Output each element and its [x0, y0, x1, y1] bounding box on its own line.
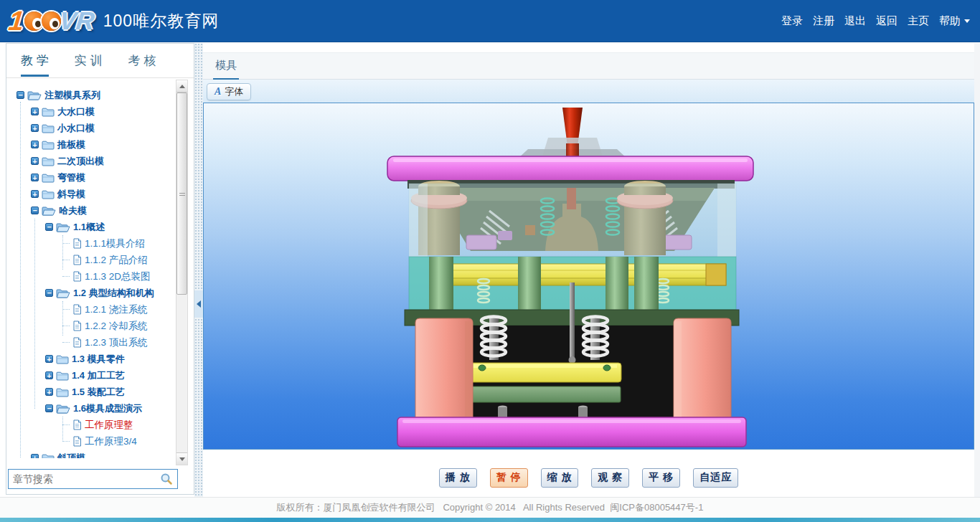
tree: −注塑模具系列+大水口模+小水口模+推板模+二次顶出模+弯管模+斜导模−哈夫模−… [6, 80, 176, 458]
observe-button[interactable]: 观 察 [591, 468, 629, 488]
collapse-icon[interactable]: − [45, 404, 53, 412]
tree-row[interactable]: 1.1.1模具介绍 [6, 235, 176, 252]
tree-row[interactable]: +二次顶出模 [6, 153, 176, 169]
tree-row[interactable]: 1.1.3 2D总装图 [6, 268, 176, 285]
tree-connector [62, 326, 70, 326]
site-title: 100唯尔教育网 [103, 10, 219, 32]
tree-row[interactable]: 工作原理整 [6, 417, 176, 433]
collapse-sidebar-button[interactable] [194, 290, 203, 318]
tree-row[interactable]: −注塑模具系列 [6, 87, 176, 103]
expand-icon[interactable]: + [31, 124, 39, 132]
mold-model [204, 103, 974, 449]
tree-label: 斜导模 [57, 188, 85, 201]
collapse-icon[interactable]: − [45, 289, 53, 297]
tree-row[interactable]: 1.2.1 浇注系统 [6, 301, 176, 318]
folder-icon [42, 123, 55, 133]
tab-training[interactable]: 实 训 [75, 52, 103, 75]
expand-icon[interactable]: + [31, 141, 39, 148]
expand-icon[interactable]: + [31, 190, 39, 198]
expand-icon[interactable]: + [45, 355, 53, 363]
folder-icon [42, 453, 55, 459]
page-right-gutter [974, 43, 980, 497]
scrollbar-thumb[interactable] [176, 92, 187, 295]
nav-login[interactable]: 登录 [781, 14, 803, 28]
expand-icon[interactable]: + [31, 108, 39, 115]
tree-label: 1.3 模具零件 [72, 353, 125, 366]
page: 1 VR 100唯尔教育网 登录注册退出返回主页帮助 教 学实 训考 核 −注塑… [0, 0, 980, 522]
logo-vr: VR [58, 6, 96, 35]
tree-row[interactable]: +小水口模 [6, 120, 176, 136]
tree-label: 1.2.3 顶出系统 [85, 336, 148, 349]
search-icon[interactable] [160, 473, 173, 485]
scroll-down-button[interactable] [176, 452, 187, 465]
logo: 1 VR [9, 2, 95, 39]
pan-button[interactable]: 平 移 [642, 468, 680, 488]
chevron-down-icon [964, 19, 970, 23]
tree-scrollbar[interactable] [176, 80, 188, 465]
header: 1 VR 100唯尔教育网 登录注册退出返回主页帮助 [0, 0, 980, 42]
expand-icon[interactable]: + [45, 388, 53, 396]
tree-row[interactable]: +推板模 [6, 136, 176, 153]
nav-help[interactable]: 帮助 [939, 14, 970, 28]
nav-register[interactable]: 注册 [813, 14, 834, 28]
viewer-3d[interactable] [203, 103, 974, 450]
font-icon: A [215, 86, 221, 98]
expand-icon[interactable]: + [31, 454, 39, 458]
tree-row[interactable]: −1.2 典型结构和机构 [6, 285, 176, 301]
pause-button[interactable]: 暂 停 [490, 468, 528, 488]
play-button[interactable]: 播 放 [439, 468, 477, 488]
tree-row[interactable]: −1.1概述 [6, 219, 176, 235]
tree-row[interactable]: −哈夫模 [6, 202, 176, 219]
tab-mold[interactable]: 模具 [213, 59, 239, 80]
tree-label: 1.2.2 冷却系统 [85, 320, 148, 333]
tree-row[interactable]: 工作原理3/4 [6, 433, 176, 450]
nav-logout[interactable]: 退出 [844, 14, 866, 28]
collapse-icon[interactable]: − [17, 91, 24, 99]
expand-icon[interactable]: + [31, 174, 39, 181]
tree-label: 1.4 加工工艺 [72, 369, 125, 382]
viewer-toolbar: A 字体 [203, 80, 974, 103]
tab-teaching[interactable]: 教 学 [21, 52, 49, 77]
tree-label: 斜顶模 [57, 452, 85, 459]
nav-back[interactable]: 返回 [876, 14, 897, 28]
tree-row[interactable]: 1.2.2 冷却系统 [6, 318, 176, 334]
document-icon [72, 304, 82, 315]
tree-label: 1.1.2 产品介绍 [85, 254, 148, 267]
zoom-button[interactable]: 缩 放 [541, 468, 579, 488]
folder-open-icon [56, 404, 70, 414]
tree-row[interactable]: +斜导模 [6, 186, 176, 202]
tree-row[interactable]: +1.3 模具零件 [6, 351, 176, 367]
folder-icon [56, 387, 69, 397]
content-tabbar: 模具 [203, 52, 974, 80]
tree-row[interactable]: +1.4 加工工艺 [6, 367, 176, 384]
chevron-left-icon [197, 300, 201, 308]
tree-row[interactable]: 1.1.2 产品介绍 [6, 252, 176, 268]
nav-home[interactable]: 主页 [908, 14, 929, 28]
tab-assessment[interactable]: 考 核 [128, 52, 156, 75]
tree-row[interactable]: −1.6模具成型演示 [6, 400, 176, 417]
font-button[interactable]: A 字体 [207, 83, 251, 100]
tree-label: 弯管模 [57, 171, 85, 184]
tree-connector [62, 309, 70, 310]
tree-row[interactable]: +1.5 装配工艺 [6, 384, 176, 400]
tree-panel: −注塑模具系列+大水口模+小水口模+推板模+二次顶出模+弯管模+斜导模−哈夫模−… [6, 80, 176, 458]
document-icon [72, 255, 82, 265]
tree-connector [62, 260, 70, 260]
expand-icon[interactable]: + [45, 371, 53, 379]
tree-row[interactable]: 1.2.3 顶出系统 [6, 334, 176, 351]
sidebar: 教 学实 训考 核 −注塑模具系列+大水口模+小水口模+推板模+二次顶出模+弯管… [6, 43, 194, 495]
tree-row[interactable]: +斜顶模 [6, 450, 176, 458]
tree-label: 推板模 [57, 138, 85, 151]
search-input[interactable] [9, 473, 160, 485]
folder-icon [42, 140, 55, 150]
scroll-up-button[interactable] [176, 80, 187, 92]
tree-row[interactable]: +弯管模 [6, 169, 176, 186]
tree-label: 1.6模具成型演示 [73, 402, 142, 415]
expand-icon[interactable]: + [31, 157, 39, 165]
collapse-icon[interactable]: − [45, 223, 53, 231]
collapse-icon[interactable]: − [31, 207, 39, 214]
panel-splitter[interactable] [194, 43, 203, 497]
tree-row[interactable]: +大水口模 [6, 103, 176, 120]
main-content: 模具 A 字体 [203, 43, 974, 497]
fit-button[interactable]: 自适应 [693, 468, 738, 488]
